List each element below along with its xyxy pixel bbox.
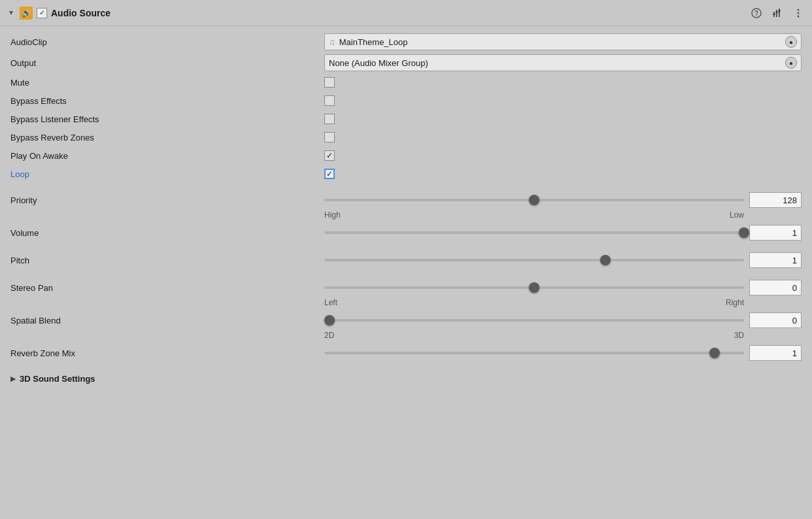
output-value: None (Audio Mixer Group) ●: [324, 54, 802, 71]
spatial-blend-slider-track[interactable]: [324, 319, 744, 322]
output-label: Output: [10, 58, 324, 68]
spatial-blend-slider-thumb[interactable]: [324, 315, 335, 326]
reverb-zone-mix-value-input[interactable]: [749, 345, 802, 361]
spacer-3: [0, 271, 812, 277]
svg-point-10: [798, 12, 800, 14]
stereo-pan-slider-thumb[interactable]: [529, 282, 539, 293]
bypass-listener-label: Bypass Listener Effects: [10, 114, 324, 124]
svg-point-11: [798, 15, 800, 17]
component-enable-checkbox[interactable]: ✓: [37, 8, 47, 18]
svg-point-9: [798, 8, 800, 10]
component-title: Audio Source: [51, 8, 110, 18]
spatial-blend-slider-row: Spatial Blend: [0, 310, 812, 331]
volume-slider-thumb[interactable]: [739, 227, 749, 238]
priority-sublabels: High Low: [0, 210, 812, 222]
audioclip-row: AudioClip ♫ MainTheme_Loop ●: [0, 31, 812, 52]
3d-sound-settings-label: 3D Sound Settings: [20, 374, 95, 384]
reverb-zone-mix-slider-thumb[interactable]: [709, 348, 720, 358]
output-dropdown[interactable]: None (Audio Mixer Group) ●: [324, 54, 802, 71]
loop-checkbox[interactable]: [324, 169, 335, 179]
priority-sub-right: Low: [730, 210, 744, 220]
stereo-pan-sublabels: Left Right: [0, 298, 812, 310]
priority-value-input[interactable]: [749, 192, 802, 208]
mixer-icon[interactable]: [770, 6, 785, 20]
pitch-label: Pitch: [10, 256, 324, 265]
volume-label: Volume: [10, 228, 324, 238]
svg-rect-7: [775, 12, 778, 13]
reverb-zone-mix-slider-track[interactable]: [324, 352, 744, 354]
stereo-pan-sub-right: Right: [726, 298, 744, 307]
audioclip-value: ♫ MainTheme_Loop ●: [324, 33, 802, 50]
play-on-awake-row: Play On Awake: [0, 146, 812, 165]
stereo-pan-value-input[interactable]: [749, 280, 802, 295]
pitch-value-input[interactable]: [749, 252, 802, 268]
play-on-awake-checkbox[interactable]: [324, 150, 335, 161]
component-content: AudioClip ♫ MainTheme_Loop ● Output None…: [0, 26, 812, 393]
priority-slider-track[interactable]: [324, 199, 744, 201]
spacer-2: [0, 243, 812, 250]
svg-rect-8: [778, 10, 781, 12]
loop-label: Loop: [10, 169, 324, 179]
3d-sound-settings-row[interactable]: ▶ 3D Sound Settings: [0, 370, 812, 388]
priority-slider-thumb[interactable]: [529, 195, 539, 205]
stereo-pan-sub-left: Left: [324, 298, 337, 307]
volume-slider-track[interactable]: [324, 231, 744, 234]
stereo-pan-sublabels-inner: Left Right: [324, 298, 802, 307]
speaker-icon: 🔊: [20, 7, 33, 20]
stereo-pan-slider-container: [324, 280, 802, 295]
audioclip-dropdown[interactable]: ♫ MainTheme_Loop ●: [324, 33, 802, 50]
pitch-slider-container: [324, 252, 802, 268]
3d-sound-collapse-arrow-icon: ▶: [10, 375, 16, 383]
volume-slider-container: [324, 225, 802, 241]
bypass-listener-value: [324, 114, 802, 124]
priority-label: Priority: [10, 195, 324, 205]
mute-value: [324, 77, 802, 88]
bypass-effects-value: [324, 95, 802, 106]
pitch-slider-thumb[interactable]: [600, 255, 611, 265]
stereo-pan-slider-track[interactable]: [324, 286, 744, 289]
spatial-blend-sub-left: 2D: [324, 331, 334, 340]
spatial-blend-sublabels-inner: 2D 3D: [324, 331, 802, 340]
audio-source-panel: 🔊 ✓ Audio Source ?: [0, 0, 812, 519]
pitch-slider-track[interactable]: [324, 259, 744, 261]
output-picker-btn[interactable]: ●: [785, 57, 797, 69]
audioclip-picker-btn[interactable]: ●: [785, 36, 797, 48]
priority-sub-left: High: [324, 210, 341, 220]
priority-sublabel-spacer: [10, 210, 324, 220]
stereo-pan-label: Stereo Pan: [10, 283, 324, 293]
help-icon[interactable]: ?: [749, 6, 764, 20]
spatial-blend-sub-right: 3D: [734, 331, 744, 340]
svg-marker-0: [9, 11, 13, 15]
volume-value-input[interactable]: [749, 225, 802, 241]
collapse-arrow[interactable]: [7, 8, 16, 18]
spatial-blend-label: Spatial Blend: [10, 316, 324, 326]
audioclip-text: MainTheme_Loop: [339, 37, 785, 47]
spacer-1: [0, 183, 812, 190]
priority-slider-container: [324, 192, 802, 208]
bypass-reverb-label: Bypass Reverb Zones: [10, 133, 324, 142]
more-options-icon[interactable]: [791, 6, 805, 20]
component-header: 🔊 ✓ Audio Source ?: [0, 0, 812, 26]
svg-rect-4: [776, 10, 777, 17]
stereo-pan-sublabel-spacer: [10, 298, 324, 307]
spatial-blend-sublabels: 2D 3D: [0, 331, 812, 343]
svg-text:?: ?: [754, 10, 758, 17]
audioclip-label: AudioClip: [10, 37, 324, 47]
bypass-listener-checkbox[interactable]: [324, 114, 335, 124]
volume-slider-row: Volume: [0, 222, 812, 243]
output-row: Output None (Audio Mixer Group) ●: [0, 52, 812, 73]
svg-rect-5: [779, 8, 780, 17]
svg-rect-6: [773, 14, 775, 15]
priority-sublabels-inner: High Low: [324, 210, 802, 220]
mute-label: Mute: [10, 78, 324, 88]
play-on-awake-value: [324, 150, 802, 161]
reverb-zone-mix-slider-row: Reverb Zone Mix: [0, 343, 812, 363]
bypass-reverb-checkbox[interactable]: [324, 132, 335, 142]
reverb-zone-mix-label: Reverb Zone Mix: [10, 348, 324, 358]
bypass-reverb-row: Bypass Reverb Zones: [0, 128, 812, 146]
mute-checkbox[interactable]: [324, 77, 335, 88]
spatial-blend-sublabel-spacer: [10, 331, 324, 340]
bypass-effects-checkbox[interactable]: [324, 95, 335, 106]
spatial-blend-value-input[interactable]: [749, 312, 802, 328]
loop-row: Loop: [0, 165, 812, 183]
